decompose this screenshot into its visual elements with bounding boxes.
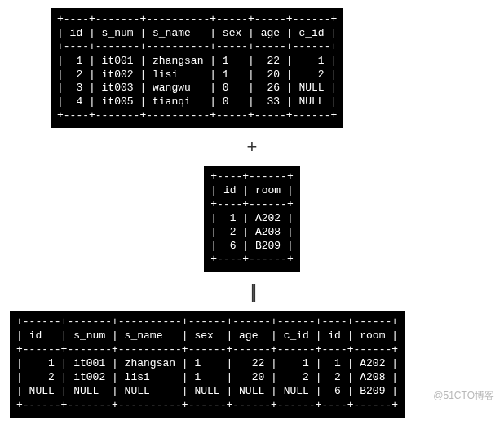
rooms-table: +----+------+ | id | room | +----+------… bbox=[204, 166, 299, 272]
equals-operator: || bbox=[250, 280, 254, 303]
students-table: +----+-------+----------+-----+-----+---… bbox=[51, 8, 343, 128]
plus-operator: + bbox=[247, 136, 258, 157]
joined-table: +------+-------+----------+------+------… bbox=[10, 311, 405, 417]
